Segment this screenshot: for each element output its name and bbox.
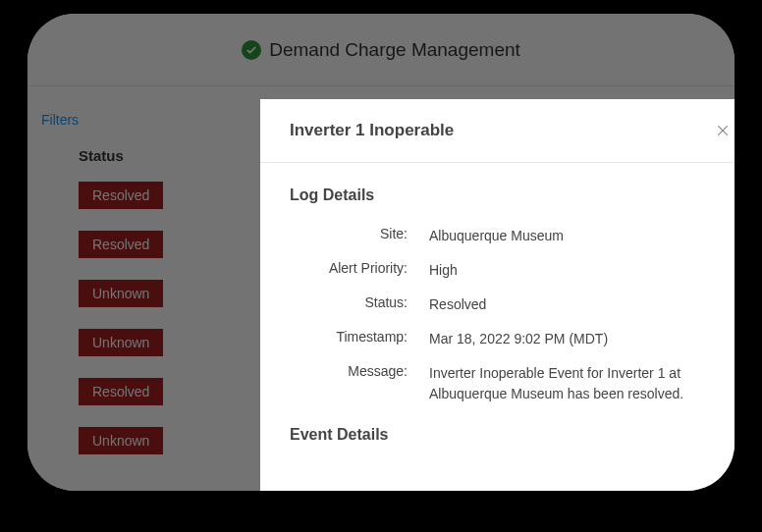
detail-row-priority: Alert Priority: High <box>290 260 733 281</box>
detail-label: Timestamp: <box>290 329 429 349</box>
log-details-heading: Log Details <box>290 186 733 204</box>
modal-title: Inverter 1 Inoperable <box>290 121 454 140</box>
detail-label: Message: <box>290 363 429 404</box>
detail-label: Status: <box>290 294 429 315</box>
close-icon <box>716 124 730 137</box>
modal-header: Inverter 1 Inoperable <box>260 99 735 163</box>
detail-value: High <box>429 260 733 281</box>
log-detail-modal: Inverter 1 Inoperable Log Details Site: … <box>260 99 735 491</box>
detail-label: Alert Priority: <box>290 260 429 281</box>
detail-row-message: Message: Inverter Inoperable Event for I… <box>290 363 733 404</box>
detail-row-status: Status: Resolved <box>290 294 733 315</box>
detail-row-site: Site: Albuquerque Museum <box>290 226 733 246</box>
detail-value: Albuquerque Museum <box>429 226 733 246</box>
detail-value: Mar 18, 2022 9:02 PM (MDT) <box>429 329 733 349</box>
app-card: Demand Charge Management Filters Status … <box>27 14 735 491</box>
close-button[interactable] <box>713 121 733 140</box>
detail-value: Resolved <box>429 294 733 315</box>
event-details-heading: Event Details <box>290 426 733 444</box>
modal-body: Log Details Site: Albuquerque Museum Ale… <box>260 163 735 465</box>
detail-label: Site: <box>290 226 429 246</box>
detail-row-timestamp: Timestamp: Mar 18, 2022 9:02 PM (MDT) <box>290 329 733 349</box>
detail-value: Inverter Inoperable Event for Inverter 1… <box>429 363 733 404</box>
